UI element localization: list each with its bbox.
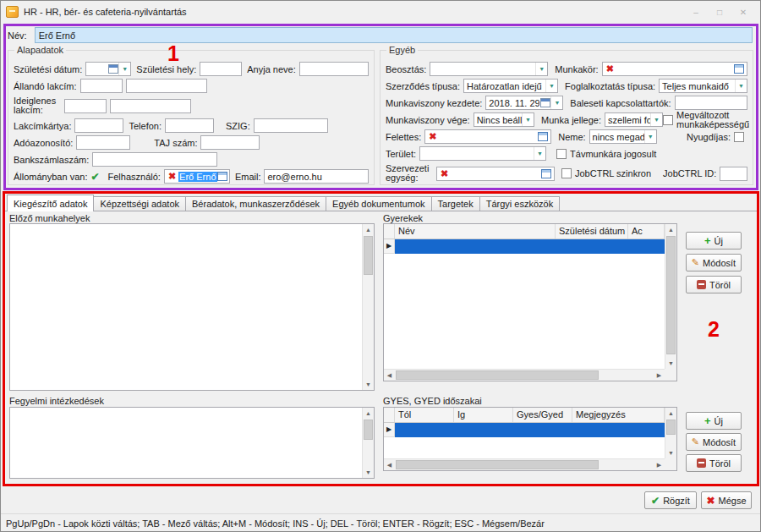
scroll-thumb[interactable]	[396, 460, 599, 469]
changed-capacity-checkbox[interactable]	[663, 115, 673, 125]
picker-icon[interactable]	[541, 169, 551, 178]
dropdown-icon[interactable]: ▼	[644, 130, 656, 143]
employment-start-input[interactable]: 2018. 11. 29. ▼	[485, 96, 563, 110]
selected-row[interactable]: ▶	[384, 239, 665, 254]
scroll-down-icon[interactable]: ▼	[665, 358, 676, 369]
dropdown-icon[interactable]: ▼	[118, 63, 130, 75]
contract-type-select[interactable]: Határozatlan idejű ▼	[463, 79, 558, 93]
maximize-icon[interactable]: □	[708, 3, 731, 20]
address-card-input[interactable]	[74, 118, 123, 133]
vertical-scrollbar[interactable]: ▲ ▼	[665, 224, 676, 369]
org-unit-input[interactable]: ✖	[436, 167, 555, 181]
children-new-button[interactable]: +Új	[686, 232, 742, 250]
supervisor-input[interactable]: ✖	[424, 129, 551, 144]
tab-kepzettsegi-adatok[interactable]: Képzettségi adatok	[93, 196, 186, 211]
column-header-megjegyzes[interactable]: Megjegyzés	[572, 408, 665, 422]
remote-work-checkbox[interactable]	[556, 149, 567, 159]
picker-icon[interactable]	[538, 132, 548, 141]
scroll-up-icon[interactable]: ▲	[363, 224, 374, 235]
save-button[interactable]: ✔Rögzít	[644, 491, 697, 509]
birth-date-input[interactable]: ▼	[85, 62, 131, 76]
horizontal-scrollbar[interactable]: ◀ ▶	[384, 369, 665, 381]
column-header-szuletesi-datum[interactable]: Születési dátum	[556, 224, 628, 239]
tab-beradatok[interactable]: Béradatok, munkaszerződések	[185, 196, 326, 211]
column-header-gyes-gyed[interactable]: Gyes/Gyed	[513, 408, 572, 422]
gyes-edit-button[interactable]: ✎Módosít	[686, 433, 742, 451]
scroll-thumb[interactable]	[666, 420, 676, 435]
user-input[interactable]: ✖ Erő Ernő	[164, 169, 230, 184]
vertical-scrollbar[interactable]: ▲ ▼	[665, 408, 676, 458]
tab-targetek[interactable]: Targetek	[431, 196, 480, 211]
scroll-right-icon[interactable]: ▶	[654, 370, 665, 381]
job-input[interactable]: ✖	[602, 62, 747, 76]
work-nature-select[interactable]: szellemi fogla ▼	[605, 112, 663, 127]
children-grid[interactable]: Név Születési dátum Ac ▶ ▲ ▼ ◀ ▶	[383, 223, 677, 381]
gyes-delete-button[interactable]: Töröl	[686, 454, 742, 472]
dropdown-icon[interactable]: ▼	[522, 113, 534, 126]
column-header-tol[interactable]: Tól	[395, 408, 454, 422]
temporary-address-input-1[interactable]	[64, 99, 107, 113]
szig-input[interactable]	[254, 118, 328, 133]
vertical-scrollbar[interactable]: ▲ ▼	[362, 408, 374, 478]
accident-contacts-input[interactable]	[675, 96, 747, 110]
gyes-new-button[interactable]: +Új	[686, 412, 742, 430]
pensioner-checkbox[interactable]	[734, 132, 744, 142]
column-header-ig[interactable]: Ig	[454, 408, 513, 422]
scroll-up-icon[interactable]: ▲	[363, 408, 374, 419]
checked-icon[interactable]: ✔	[90, 172, 99, 182]
taj-input[interactable]	[200, 135, 260, 150]
column-header-ac[interactable]: Ac	[628, 224, 665, 239]
scroll-left-icon[interactable]: ◀	[384, 370, 395, 381]
gender-select[interactable]: nincs megadv ▼	[589, 129, 657, 144]
phone-input[interactable]	[165, 118, 214, 133]
scroll-thumb[interactable]	[364, 420, 373, 440]
selected-row[interactable]: ▶	[384, 423, 665, 437]
scroll-right-icon[interactable]: ▶	[654, 459, 665, 470]
tab-targyi-eszkozok[interactable]: Tárgyi eszközök	[479, 196, 560, 211]
dropdown-icon[interactable]: ▼	[545, 80, 557, 92]
area-select[interactable]: ▼	[419, 146, 546, 161]
permanent-address-input-2[interactable]	[126, 79, 207, 93]
tab-kiegeszito-adatok[interactable]: Kiegészítő adatok	[7, 195, 94, 211]
picker-icon[interactable]	[734, 64, 744, 74]
tax-id-input[interactable]	[76, 135, 130, 150]
scroll-thumb[interactable]	[666, 236, 676, 354]
dropdown-icon[interactable]: ▼	[550, 96, 562, 109]
temporary-address-input-2[interactable]	[110, 99, 191, 113]
scroll-thumb[interactable]	[364, 236, 373, 275]
picker-icon[interactable]	[217, 172, 227, 181]
scroll-up-icon[interactable]: ▲	[665, 408, 676, 419]
mother-name-input[interactable]	[299, 62, 369, 76]
scroll-thumb[interactable]	[396, 370, 599, 380]
scroll-down-icon[interactable]: ▼	[665, 447, 676, 458]
scroll-down-icon[interactable]: ▼	[363, 379, 374, 390]
children-edit-button[interactable]: ✎Módosít	[686, 254, 742, 271]
jobctrl-id-input[interactable]	[720, 167, 747, 181]
scroll-up-icon[interactable]: ▲	[665, 224, 676, 235]
bank-account-input[interactable]	[92, 152, 217, 167]
dropdown-icon[interactable]: ▼	[735, 80, 747, 92]
tab-egyeb-dokumentumok[interactable]: Egyéb dokumentumok	[326, 196, 431, 211]
dropdown-icon[interactable]: ▼	[535, 63, 547, 75]
employment-end-select[interactable]: Nincs beállítva ▼	[474, 112, 534, 127]
jobctrl-sync-checkbox[interactable]	[561, 168, 572, 178]
name-input[interactable]: Erő Ernő	[35, 27, 753, 43]
scroll-left-icon[interactable]: ◀	[384, 459, 395, 470]
children-delete-button[interactable]: Töröl	[686, 276, 742, 293]
dropdown-icon[interactable]: ▼	[534, 147, 545, 160]
vertical-scrollbar[interactable]: ▲ ▼	[362, 224, 374, 390]
dropdown-icon[interactable]: ▼	[650, 113, 662, 126]
cancel-button[interactable]: ✖Mégse	[701, 491, 752, 509]
horizontal-scrollbar[interactable]: ◀ ▶	[384, 458, 665, 470]
email-input[interactable]: ero@erno.hu	[264, 169, 369, 184]
scroll-down-icon[interactable]: ▼	[363, 467, 374, 478]
permanent-address-input-1[interactable]	[80, 79, 123, 93]
column-header-nev[interactable]: Név	[395, 224, 556, 239]
previous-jobs-textarea[interactable]: ▲ ▼	[9, 223, 375, 391]
close-icon[interactable]: ✕	[731, 3, 755, 20]
disciplinary-textarea[interactable]: ▲ ▼	[9, 407, 375, 479]
employment-type-select[interactable]: Teljes munkaidő ▼	[659, 79, 747, 93]
birth-place-input[interactable]	[200, 62, 242, 76]
gyes-grid[interactable]: Tól Ig Gyes/Gyed Megjegyzés ▶ ▲ ▼ ◀ ▶	[383, 407, 677, 471]
minimize-icon[interactable]: –	[684, 3, 708, 20]
